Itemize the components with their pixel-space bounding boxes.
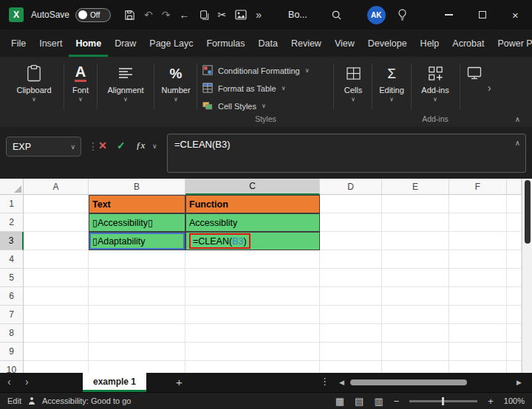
cell-b2[interactable]: ▯Accessibility▯: [89, 213, 185, 232]
cell-f10[interactable]: [449, 361, 507, 373]
accessibility-status[interactable]: Accessibility: Good to go: [42, 396, 131, 405]
back-arrow-icon[interactable]: ←: [180, 10, 190, 20]
cell-c1[interactable]: Function: [185, 195, 320, 213]
cell-d8[interactable]: [320, 324, 382, 343]
undo-icon[interactable]: ↶: [144, 10, 153, 20]
cell-c7[interactable]: [185, 306, 320, 324]
ribbon-more-icon[interactable]: ›: [488, 82, 491, 94]
cell-e6[interactable]: [382, 287, 449, 306]
cell-a8[interactable]: [24, 324, 89, 343]
redo-icon[interactable]: ↷: [162, 10, 171, 20]
cell-styles-button[interactable]: Cell Styles ∨: [198, 97, 333, 115]
cell-a1[interactable]: [24, 195, 89, 213]
editing-group-button[interactable]: Σ Editing ∨: [374, 63, 409, 110]
maximize-button[interactable]: [466, 0, 499, 30]
tab-view[interactable]: View: [328, 30, 361, 57]
tab-review[interactable]: Review: [284, 30, 328, 57]
cell-b7[interactable]: [89, 306, 185, 324]
cell-e8[interactable]: [382, 324, 449, 343]
cell-a5[interactable]: [24, 269, 89, 287]
previous-sheet-icon[interactable]: ‹: [7, 376, 11, 388]
zoom-slider-thumb[interactable]: [442, 397, 444, 405]
new-sheet-button[interactable]: +: [176, 376, 183, 388]
cell-b8[interactable]: [89, 324, 185, 343]
cell-a2[interactable]: [24, 213, 89, 232]
cell-e1[interactable]: [382, 195, 449, 213]
cell-d5[interactable]: [320, 269, 382, 287]
minimize-button[interactable]: [432, 0, 466, 30]
cell-f8[interactable]: [449, 324, 507, 343]
row-header-6[interactable]: 6: [0, 287, 24, 306]
screenshot-tool-button[interactable]: [463, 63, 486, 110]
cell-b9[interactable]: [89, 343, 185, 361]
format-as-table-button[interactable]: Format as Table ∨: [198, 80, 333, 97]
cell-b4[interactable]: [89, 250, 185, 269]
cell-d6[interactable]: [320, 287, 382, 306]
zoom-slider[interactable]: [409, 400, 477, 402]
cell-d4[interactable]: [320, 250, 382, 269]
collapse-ribbon-icon[interactable]: ∧: [515, 115, 520, 123]
cell-e2[interactable]: [382, 213, 449, 232]
alignment-group-button[interactable]: Alignment ∨: [99, 63, 152, 110]
cell-f5[interactable]: [449, 269, 507, 287]
tab-file[interactable]: File: [4, 30, 33, 57]
cell-d2[interactable]: [320, 213, 382, 232]
scroll-left-icon[interactable]: ◀: [339, 379, 344, 386]
sheet-tab-example-1[interactable]: example 1: [83, 373, 146, 392]
cell-e9[interactable]: [382, 343, 449, 361]
cell-c3[interactable]: =CLEAN(B3): [185, 232, 320, 250]
cell-b10[interactable]: [89, 361, 185, 373]
sheet-options-icon[interactable]: ⋮: [320, 376, 330, 387]
font-group-button[interactable]: A Font ∨: [66, 63, 95, 110]
cell-b6[interactable]: [89, 287, 185, 306]
cell-c2[interactable]: Accessiblity: [185, 213, 320, 232]
picture-icon[interactable]: [235, 10, 247, 20]
vertical-scrollbar-thumb[interactable]: [525, 180, 531, 244]
cell-c10[interactable]: [185, 361, 320, 373]
tab-draw[interactable]: Draw: [108, 30, 143, 57]
cell-f2[interactable]: [449, 213, 507, 232]
cut-icon[interactable]: ✂: [218, 10, 227, 20]
close-button[interactable]: ×: [499, 0, 532, 30]
cell-e5[interactable]: [382, 269, 449, 287]
vertical-scrollbar[interactable]: [522, 179, 532, 373]
cancel-entry-icon[interactable]: ✕: [98, 140, 107, 151]
tab-help[interactable]: Help: [414, 30, 446, 57]
column-header-c[interactable]: C: [185, 179, 320, 195]
save-icon[interactable]: [124, 10, 135, 21]
row-header-1[interactable]: 1: [0, 195, 24, 213]
lightbulb-icon[interactable]: [398, 9, 407, 21]
cell-f6[interactable]: [449, 287, 507, 306]
cell-a6[interactable]: [24, 287, 89, 306]
cell-d9[interactable]: [320, 343, 382, 361]
cell-c8[interactable]: [185, 324, 320, 343]
tab-develope[interactable]: Develope: [361, 30, 414, 57]
add-ins-group-button[interactable]: Add-ins ∨: [413, 63, 457, 110]
cell-c4[interactable]: [185, 250, 320, 269]
tab-formulas[interactable]: Formulas: [200, 30, 251, 57]
confirm-entry-icon[interactable]: ✓: [117, 140, 126, 151]
toolbar-overflow-icon[interactable]: »: [256, 10, 262, 20]
cell-a9[interactable]: [24, 343, 89, 361]
row-header-4[interactable]: 4: [0, 250, 24, 269]
cell-e3[interactable]: [382, 232, 449, 250]
horizontal-scrollbar-thumb[interactable]: [350, 379, 467, 385]
collapse-formula-bar-icon[interactable]: ∧: [515, 139, 520, 147]
autosave-toggle[interactable]: Off: [75, 8, 111, 22]
clipboard-group-button[interactable]: Clipboard ∨: [6, 63, 62, 110]
page-layout-view-icon[interactable]: ▤: [355, 396, 364, 406]
cell-b5[interactable]: [89, 269, 185, 287]
name-box[interactable]: EXP ∨: [6, 137, 81, 157]
cell-d7[interactable]: [320, 306, 382, 324]
chevron-down-icon[interactable]: ∨: [152, 142, 157, 150]
cell-a3[interactable]: [24, 232, 89, 250]
row-header-3[interactable]: 3: [0, 232, 24, 250]
cell-a4[interactable]: [24, 250, 89, 269]
copy-icon[interactable]: [199, 10, 209, 21]
row-header-2[interactable]: 2: [0, 213, 24, 232]
tab-page-layc[interactable]: Page Layc: [143, 30, 200, 57]
column-header-b[interactable]: B: [89, 179, 185, 195]
cell-f3[interactable]: [449, 232, 507, 250]
page-break-view-icon[interactable]: ▥: [374, 396, 383, 406]
cell-c5[interactable]: [185, 269, 320, 287]
